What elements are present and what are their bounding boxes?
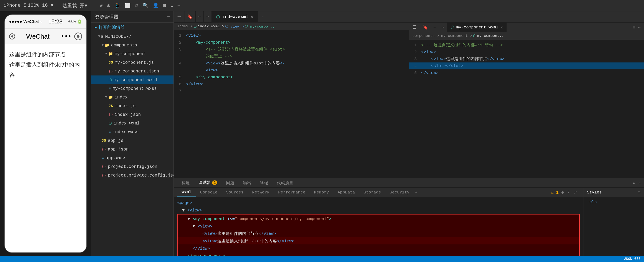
tab-forward-right[interactable]: → xyxy=(439,22,447,32)
phone-signal: ●●●●● WeChat ≈ xyxy=(9,19,42,24)
index-folder-label: index xyxy=(115,95,128,100)
tree-index-folder[interactable]: ▼ 📁 index xyxy=(91,93,174,101)
devtools-more[interactable]: » xyxy=(415,190,417,195)
bottom-tab-debugger[interactable]: 调试器 1 xyxy=(194,178,222,187)
devtools-tab-memory[interactable]: Memory xyxy=(310,188,333,197)
devtools-tab-appdata[interactable]: AppData xyxy=(333,188,359,197)
code-line: 4 <slot></slot> xyxy=(409,62,644,69)
layout-icon[interactable]: ⬜ xyxy=(125,2,130,8)
bottom-tab-output[interactable]: 输出 xyxy=(238,178,256,187)
tree-components[interactable]: ▼ 📁 components xyxy=(91,41,174,49)
tree-index-json[interactable]: {} index.json xyxy=(91,110,174,119)
explorer-actions[interactable]: ⋯ xyxy=(167,14,170,20)
dom-line: ▼ <view> xyxy=(178,222,579,230)
styles-cls: .cls xyxy=(584,197,644,207)
tree-my-component-wxss[interactable]: ≡ my-component.wxss xyxy=(91,84,174,93)
phone-content-line2: 这里是插入到组件slot中的内容 xyxy=(9,60,82,80)
tree-index-wxss[interactable]: ≡ index.wxss xyxy=(91,128,174,136)
tree-project[interactable]: ▼ ⊟ MINICODE-7 xyxy=(91,32,174,41)
code-line: 7 xyxy=(174,88,409,95)
open-editor-label: 打开的编辑器 xyxy=(98,24,125,30)
bottom-tab-build[interactable]: 构建 xyxy=(177,178,194,187)
tree-project-private[interactable]: {} project.private.config.json xyxy=(91,171,174,180)
index-wxss-label: index.wxss xyxy=(112,129,138,134)
wxss-icon: ≡ xyxy=(108,130,111,134)
maximize-icon[interactable]: ⤢ xyxy=(574,190,577,195)
js-icon: JS xyxy=(108,104,113,108)
cloud-icon[interactable]: ☁ xyxy=(170,2,173,8)
tab-hamburger-right[interactable]: ☰ xyxy=(409,22,420,32)
duplicate-icon[interactable]: ⧉ xyxy=(135,3,138,8)
tree-my-component-folder[interactable]: ▼ 📁 my-component xyxy=(91,49,174,58)
more-devtools-icon[interactable]: ⋮ xyxy=(566,190,571,195)
file-tree: ▼ ⊟ MINICODE-7 ▼ 📁 components ▼ 📁 my-com… xyxy=(91,32,174,256)
code-area-left[interactable]: 1 <view> 2 <my-component> 3 <!-- 这部分内容将被… xyxy=(174,30,409,178)
my-component-folder-label: my-component xyxy=(115,51,146,56)
bottom-tab-problems[interactable]: 问题 xyxy=(222,178,238,187)
code-line: 3 <!-- 这部分内容将被放置在组件 <slot> xyxy=(174,46,409,53)
devtools-tab-wxml[interactable]: Wxml xyxy=(177,188,196,197)
chevron-up-icon[interactable]: ∧ xyxy=(633,181,635,185)
devtools-tab-sources[interactable]: Sources xyxy=(222,188,248,197)
open-editors-row[interactable]: 打开的编辑器 xyxy=(91,22,174,32)
devtools-tab-storage[interactable]: Storage xyxy=(359,188,386,197)
devtools-tab-console[interactable]: Console xyxy=(196,188,222,197)
tree-my-component-wxml[interactable]: ⬡ my-component.wxml xyxy=(91,75,174,84)
bottom-tab-terminal[interactable]: 终端 xyxy=(256,178,272,187)
extension-icon[interactable]: ⊞ xyxy=(163,2,166,8)
tab-my-component-wxml[interactable]: ⬡ my-component.wxml ✕ xyxy=(447,22,507,32)
code-area-right[interactable]: 1 <!-- 这是自定义组件的内部WXML结构 --> 2 <view> 3 <… xyxy=(409,40,644,178)
tab-forward[interactable]: → xyxy=(204,11,212,22)
tab-close-right-icon[interactable]: ✕ xyxy=(500,25,503,30)
explorer-more-icon[interactable]: ⋯ xyxy=(167,14,170,20)
phone-panel: ●●●●● WeChat ≈ 15:28 65% 🔋 WeChat ••• 这里… xyxy=(0,11,91,256)
settings-icon[interactable]: ⚙ xyxy=(561,190,564,195)
breadcrumb-right-text: components > my-component > xyxy=(412,34,472,38)
devtools-tab-network[interactable]: Network xyxy=(248,188,274,197)
tab-bookmark-right[interactable]: 🔖 xyxy=(420,22,431,32)
tab-hamburger[interactable]: ☰ xyxy=(174,11,185,22)
split-icon[interactable]: ⊟ xyxy=(633,24,635,30)
tree-index-js[interactable]: JS index.js xyxy=(91,101,174,110)
tab-bookmark[interactable]: 🔖 xyxy=(185,11,196,22)
tab-close-icon[interactable]: ✕ xyxy=(251,14,254,19)
styles-tab[interactable]: Styles xyxy=(587,190,602,195)
tree-project-config[interactable]: {} project.config.json xyxy=(91,162,174,171)
device-selector[interactable]: iPhone 5 100% 16 ▼ xyxy=(4,3,54,8)
hot-reload-button[interactable]: 热重载 开▼ xyxy=(62,2,87,9)
stop-icon[interactable]: ◉ xyxy=(107,2,110,8)
tree-my-component-js[interactable]: JS my-component.js xyxy=(91,58,174,67)
phone-time: 15:28 xyxy=(48,18,62,25)
js-icon: JS xyxy=(108,60,113,65)
refresh-icon[interactable]: ↺ xyxy=(100,2,103,8)
tab-back[interactable]: ← xyxy=(196,11,204,22)
close-panel-icon[interactable]: ✕ xyxy=(638,181,640,185)
bottom-tabs: 构建 调试器 1 问题 输出 终端 代码质量 xyxy=(174,178,644,188)
tab-index-wxml[interactable]: ⬡ index.wxml ✕ xyxy=(212,11,258,22)
tab-back-right[interactable]: ← xyxy=(431,22,439,32)
tree-my-component-json[interactable]: {} my-component.json xyxy=(91,67,174,75)
index-js-label: index.js xyxy=(115,103,136,108)
bottom-tab-quality[interactable]: 代码质量 xyxy=(272,178,298,187)
styles-expand-icon[interactable]: » xyxy=(638,190,640,195)
tree-app-wxss[interactable]: ≡ app.wxss xyxy=(91,154,174,162)
phone-content-line1: 这里是组件的内部节点 xyxy=(9,49,82,60)
js-icon: JS xyxy=(102,139,106,143)
code-line: 5 </my-component> xyxy=(174,74,409,81)
top-bar-icons: ↺ ◉ 📱 ⬜ ⧉ 🔍 👤 ⊞ ☁ ⋯ xyxy=(100,2,180,8)
breadcrumb-left-view: ⬡ view > xyxy=(225,24,244,29)
tree-app-js[interactable]: JS app.js xyxy=(91,136,174,145)
user-icon[interactable]: 👤 xyxy=(153,2,159,8)
tree-app-json[interactable]: {} app.json xyxy=(91,145,174,154)
phone-icon[interactable]: 📱 xyxy=(114,2,120,8)
more-icon-right[interactable]: ⋯ xyxy=(638,24,640,30)
dom-line: ▼ <my-component is="components/my-compon… xyxy=(178,215,579,222)
devtools-tab-performance[interactable]: Performance xyxy=(274,188,310,197)
devtools-tab-security[interactable]: Security xyxy=(386,188,414,197)
more-icon[interactable]: ⋯ xyxy=(178,2,180,8)
project-config-label: project.config.json xyxy=(108,164,157,169)
search-icon[interactable]: 🔍 xyxy=(143,2,148,8)
tree-index-wxml[interactable]: ⬡ index.wxml xyxy=(91,119,174,128)
code-line: 1 <!-- 这是自定义组件的内部WXML结构 --> xyxy=(409,42,644,49)
tab-more-button[interactable]: ⋯ xyxy=(258,11,267,22)
